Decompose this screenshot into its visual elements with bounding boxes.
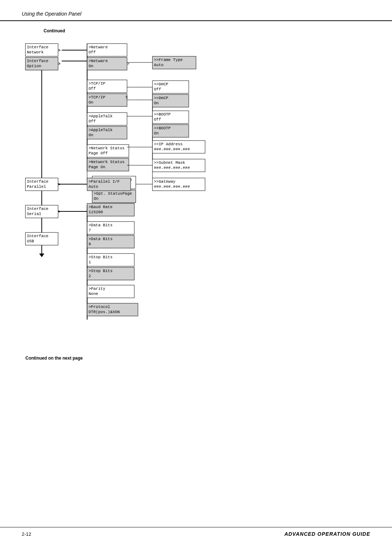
page-header: Using the Operation Panel — [0, 0, 392, 21]
svg-text:>Parallel I/F: >Parallel I/F — [89, 179, 120, 184]
svg-text:Off: Off — [154, 117, 161, 122]
svg-text:Auto: Auto — [89, 185, 98, 189]
svg-text:5: 5 — [126, 96, 128, 100]
svg-text:Page   On: Page On — [89, 165, 105, 169]
svg-text:>Stop Bits: >Stop Bits — [89, 255, 113, 259]
svg-text:>Baud Rate: >Baud Rate — [89, 205, 113, 209]
svg-text:>Network Status: >Network Status — [89, 160, 124, 164]
svg-text:2: 2 — [89, 274, 91, 278]
svg-text:Interface: Interface — [27, 59, 48, 63]
svg-text:Serial: Serial — [27, 212, 41, 216]
svg-text:115200: 115200 — [89, 210, 103, 214]
svg-text:1: 1 — [89, 260, 91, 264]
svg-text:DTR(pos.)&XON: DTR(pos.)&XON — [89, 310, 120, 314]
svg-text:>: > — [58, 48, 61, 53]
svg-text:>Network Status: >Network Status — [89, 146, 124, 150]
svg-text:On: On — [94, 197, 98, 201]
page-footer: 2-12 ADVANCED OPERATION GUIDE — [0, 527, 392, 540]
svg-text:On: On — [89, 100, 93, 105]
svg-text:Interface: Interface — [27, 179, 48, 184]
svg-text:On: On — [89, 64, 93, 68]
svg-text:>Netware: >Netware — [89, 59, 108, 63]
svg-text:Interface: Interface — [27, 45, 48, 49]
svg-text:>Opt. StatusPage: >Opt. StatusPage — [94, 191, 132, 196]
svg-text:On: On — [154, 101, 159, 105]
svg-text:Off: Off — [89, 86, 96, 91]
svg-text:>>BOOTP: >>BOOTP — [154, 112, 171, 117]
svg-text:>Protocol: >Protocol — [89, 305, 110, 309]
svg-text:Network: Network — [27, 50, 44, 54]
svg-text:Off: Off — [89, 119, 96, 123]
svg-text:Page  Off: Page Off — [89, 151, 108, 155]
svg-text:Off: Off — [154, 87, 161, 92]
svg-text:>Data Bits: >Data Bits — [89, 223, 113, 227]
svg-text:USB: USB — [27, 239, 34, 243]
svg-text:Interface: Interface — [27, 207, 48, 211]
svg-text:8: 8 — [89, 242, 91, 246]
svg-text:>>Subnet Mask: >>Subnet Mask — [154, 161, 185, 165]
svg-text:>AppleTalk: >AppleTalk — [89, 128, 113, 132]
svg-text:###.###.###.###: ###.###.###.### — [154, 185, 190, 189]
header-title: Using the Operation Panel — [22, 11, 81, 17]
svg-text:>TCP/IP: >TCP/IP — [89, 95, 106, 100]
svg-text:7: 7 — [89, 228, 91, 232]
main-content: Continued Interface Network > Interface … — [0, 21, 392, 390]
diagram: Interface Network > Interface Option > I… — [22, 36, 348, 352]
svg-text:Off: Off — [89, 50, 96, 54]
svg-text:###.###.###.###: ###.###.###.### — [154, 166, 190, 170]
svg-text:>AppleTalk: >AppleTalk — [89, 114, 113, 118]
svg-text:On: On — [154, 131, 159, 135]
footer-page-number: 2-12 — [22, 531, 31, 537]
svg-text:>Data Bits: >Data Bits — [89, 237, 113, 241]
continued-next-label: Continued on the next page — [25, 356, 370, 361]
svg-text:On: On — [89, 133, 93, 137]
footer-guide-title: ADVANCED OPERATION GUIDE — [284, 531, 370, 537]
svg-text:None: None — [89, 292, 98, 296]
svg-text:Interface: Interface — [27, 234, 48, 238]
svg-text:Option: Option — [27, 64, 41, 68]
svg-text:>>Frame Type: >>Frame Type — [154, 58, 183, 62]
svg-text:>>Gateway: >>Gateway — [154, 179, 176, 184]
svg-text:>>IP Address: >>IP Address — [154, 142, 183, 146]
svg-text:>: > — [58, 62, 61, 66]
svg-text:>Parity: >Parity — [89, 287, 106, 291]
svg-text:>Stop Bits: >Stop Bits — [89, 269, 113, 273]
svg-text:>>DHCP: >>DHCP — [154, 96, 168, 100]
svg-text:Auto: Auto — [154, 63, 163, 67]
svg-text:Parallel: Parallel — [27, 185, 46, 189]
continued-label: Continued — [44, 28, 370, 33]
svg-text:>Netware: >Netware — [89, 45, 108, 49]
svg-text:>>BOOTP: >>BOOTP — [154, 126, 171, 130]
svg-marker-21 — [39, 254, 44, 257]
svg-text:>>DHCP: >>DHCP — [154, 82, 168, 86]
svg-text:>TCP/IP: >TCP/IP — [89, 81, 106, 86]
svg-text:###.###.###.###: ###.###.###.### — [154, 147, 190, 151]
